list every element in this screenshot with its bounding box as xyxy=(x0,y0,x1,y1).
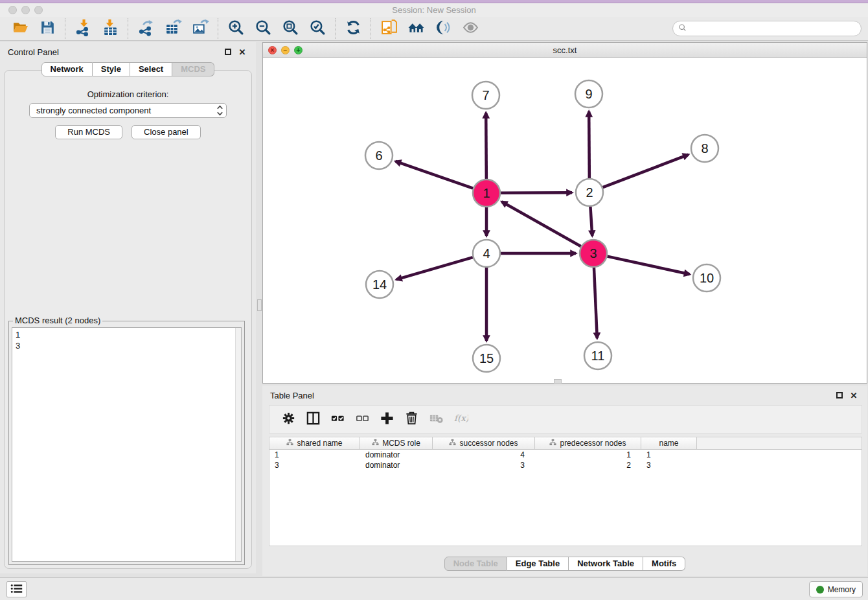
horizontal-splitter-handle[interactable] xyxy=(554,379,562,384)
node-15[interactable]: 15 xyxy=(473,345,500,372)
edge-3-10[interactable] xyxy=(607,257,689,275)
close-table-panel-icon[interactable] xyxy=(848,390,860,400)
column-header-predecessor-nodes[interactable]: predecessor nodes xyxy=(535,437,641,449)
column-header-MCDS-role[interactable]: MCDS role xyxy=(360,437,433,449)
add-column-button[interactable] xyxy=(374,409,399,430)
table-cell[interactable]: 2 xyxy=(535,460,641,470)
column-header-shared-name[interactable]: shared name xyxy=(269,437,360,449)
table-tab-edge-table[interactable]: Edge Table xyxy=(507,557,569,571)
refresh-button[interactable] xyxy=(339,18,367,39)
table-cell[interactable]: 1 xyxy=(641,450,697,460)
node-10[interactable]: 10 xyxy=(693,264,720,292)
function-builder-icon: f(x) xyxy=(453,411,468,428)
close-view-icon[interactable] xyxy=(268,46,277,54)
memory-button[interactable]: Memory xyxy=(809,581,863,597)
edge-2-8[interactable] xyxy=(603,155,689,188)
close-panel-icon[interactable] xyxy=(236,47,248,57)
table-row[interactable]: 3dominator323 xyxy=(269,460,862,470)
zoom-window-icon[interactable] xyxy=(34,6,43,14)
new-network-from-selection-button[interactable] xyxy=(375,18,402,39)
toolbar-separator xyxy=(335,18,336,39)
node-3[interactable]: 3 xyxy=(580,240,607,267)
zoom-selected-button[interactable] xyxy=(304,18,331,39)
table-cell[interactable]: dominator xyxy=(360,450,433,460)
zoom-out-button[interactable] xyxy=(249,18,277,39)
node-1[interactable]: 1 xyxy=(473,179,500,207)
table-cell[interactable]: 3 xyxy=(269,460,360,470)
open-file-button[interactable] xyxy=(6,18,34,39)
table-tab-network-table[interactable]: Network Table xyxy=(569,557,643,571)
tab-network[interactable]: Network xyxy=(41,62,93,76)
node-7[interactable]: 7 xyxy=(472,82,499,109)
search-box[interactable] xyxy=(672,21,862,36)
network-canvas[interactable]: 7968124314101511 xyxy=(263,58,867,383)
close-panel-button[interactable]: Close panel xyxy=(131,125,201,139)
delete-columns-button[interactable] xyxy=(399,409,424,430)
export-network-button[interactable] xyxy=(132,18,159,39)
control-panel-title: Control Panel xyxy=(8,47,59,57)
import-network-button[interactable] xyxy=(69,18,97,39)
maximize-view-icon[interactable] xyxy=(294,46,303,54)
table-tab-motifs[interactable]: Motifs xyxy=(643,557,685,571)
select-all-checks-button[interactable] xyxy=(325,409,350,430)
vertical-splitter-handle[interactable] xyxy=(257,299,262,311)
edge-2-9[interactable] xyxy=(589,111,589,178)
zoom-out-icon xyxy=(255,19,272,39)
show-all-button[interactable] xyxy=(457,18,484,39)
run-mcds-button[interactable]: Run MCDS xyxy=(55,125,122,139)
node-11[interactable]: 11 xyxy=(584,342,611,369)
column-header-name[interactable]: name xyxy=(641,437,697,449)
edge-1-6[interactable] xyxy=(395,161,473,189)
save-session-button[interactable] xyxy=(34,18,61,39)
table-cell[interactable]: 3 xyxy=(433,460,535,470)
minimize-view-icon[interactable] xyxy=(281,46,290,54)
edge-4-14[interactable] xyxy=(396,257,473,279)
clear-all-checks-button[interactable] xyxy=(350,409,374,430)
column-header-successor-nodes[interactable]: successor nodes xyxy=(433,437,535,449)
table-cell[interactable]: 3 xyxy=(641,460,697,470)
node-8[interactable]: 8 xyxy=(691,135,718,162)
optimization-criterion-dropdown[interactable]: strongly connected component xyxy=(29,103,227,118)
tab-style[interactable]: Style xyxy=(93,62,130,76)
tab-select[interactable]: Select xyxy=(130,62,172,76)
task-history-button[interactable] xyxy=(6,581,27,597)
edge-2-3[interactable] xyxy=(590,207,592,236)
edge-3-11[interactable] xyxy=(594,268,597,338)
result-scrollbar[interactable] xyxy=(235,328,241,561)
search-input[interactable] xyxy=(690,24,856,33)
table-cell[interactable]: 1 xyxy=(535,450,641,460)
table-cell[interactable]: dominator xyxy=(360,460,433,470)
import-table-button[interactable] xyxy=(97,18,124,39)
float-panel-icon[interactable] xyxy=(222,47,234,57)
table-cell[interactable]: 1 xyxy=(269,450,360,460)
table-cell[interactable]: 4 xyxy=(433,450,535,460)
delete-columns-icon xyxy=(404,411,419,428)
minimize-window-icon[interactable] xyxy=(21,6,30,14)
tab-mcds[interactable]: MCDS xyxy=(172,62,214,76)
hide-selected-button[interactable] xyxy=(429,18,457,39)
close-window-icon[interactable] xyxy=(8,6,17,14)
show-columns-button[interactable] xyxy=(301,409,325,430)
node-2[interactable]: 2 xyxy=(576,179,603,206)
table-tab-node-table[interactable]: Node Table xyxy=(444,557,507,571)
zoom-in-button[interactable] xyxy=(222,18,249,39)
add-column-icon xyxy=(380,411,394,428)
network-window-title: scc.txt xyxy=(263,45,867,55)
node-9[interactable]: 9 xyxy=(575,80,602,108)
mcds-result-text[interactable]: 1 3 xyxy=(12,327,242,562)
column-tree-icon xyxy=(449,439,456,448)
node-4[interactable]: 4 xyxy=(473,240,500,267)
table-options-button[interactable] xyxy=(276,409,301,430)
export-image-button[interactable] xyxy=(187,18,214,39)
edge-1-7[interactable] xyxy=(486,113,486,179)
edge-3-1[interactable] xyxy=(502,202,581,246)
zoom-fit-button[interactable] xyxy=(277,18,304,39)
float-table-panel-icon[interactable] xyxy=(834,390,845,400)
edge-1-2[interactable] xyxy=(501,192,572,193)
zoom-selected-icon xyxy=(309,19,326,39)
node-14[interactable]: 14 xyxy=(366,271,393,298)
export-table-button[interactable] xyxy=(159,18,187,39)
first-neighbors-button[interactable] xyxy=(402,18,429,39)
table-row[interactable]: 1dominator411 xyxy=(269,450,862,460)
node-6[interactable]: 6 xyxy=(365,142,393,169)
